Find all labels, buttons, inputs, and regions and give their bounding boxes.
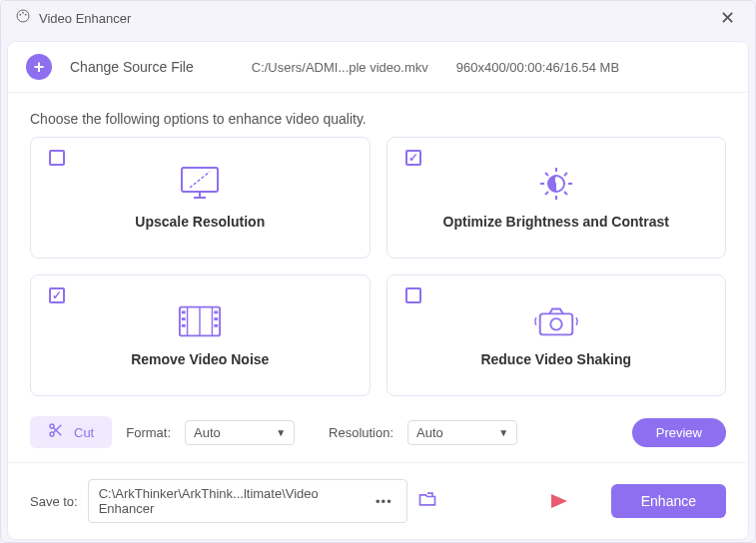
- save-path-text: C:\ArkThinker\ArkThink...ltimate\Video E…: [99, 486, 372, 516]
- caret-down-icon: ▼: [498, 427, 508, 438]
- svg-marker-34: [551, 494, 567, 508]
- camera-icon: [534, 303, 578, 339]
- format-value: Auto: [194, 425, 221, 440]
- film-icon: [178, 303, 222, 339]
- window-title: Video Enhancer: [39, 11, 131, 26]
- titlebar-left: Video Enhancer: [15, 8, 131, 28]
- svg-rect-27: [539, 313, 572, 334]
- save-to-label: Save to:: [30, 494, 78, 509]
- svg-rect-26: [215, 324, 219, 327]
- svg-point-29: [50, 424, 54, 428]
- main-panel: + Change Source File C:/Users/ADMI...ple…: [7, 41, 749, 540]
- checkbox-shaking[interactable]: [405, 287, 421, 303]
- svg-rect-22: [182, 317, 186, 320]
- monitor-icon: [178, 166, 222, 202]
- save-row: Save to: C:\ArkThinker\ArkThink...ltimat…: [8, 462, 748, 539]
- sun-icon: [534, 166, 578, 202]
- source-path: C:/Users/ADMI...ple video.mkv: [252, 60, 428, 75]
- scissors-icon: [48, 422, 64, 442]
- caret-down-icon: ▼: [276, 427, 286, 438]
- close-button[interactable]: ✕: [714, 5, 741, 31]
- cut-button[interactable]: Cut: [30, 416, 112, 448]
- source-meta: 960x400/00:00:46/16.54 MB: [456, 60, 619, 75]
- option-brightness-contrast[interactable]: Optimize Brightness and Contrast: [386, 137, 727, 259]
- option-label: Optimize Brightness and Contrast: [443, 214, 669, 230]
- add-icon[interactable]: +: [26, 54, 52, 80]
- option-upscale-resolution[interactable]: Upscale Resolution: [30, 137, 371, 259]
- preview-button[interactable]: Preview: [632, 418, 726, 447]
- resolution-select[interactable]: Auto ▼: [407, 420, 517, 445]
- svg-point-30: [50, 432, 54, 436]
- svg-line-15: [564, 173, 567, 176]
- checkbox-noise[interactable]: [49, 287, 65, 303]
- svg-line-14: [564, 192, 567, 195]
- svg-point-28: [550, 318, 561, 329]
- svg-line-5: [190, 172, 210, 188]
- cut-label: Cut: [74, 425, 94, 440]
- format-label: Format:: [126, 425, 171, 440]
- controls-row: Cut Format: Auto ▼ Resolution: Auto ▼ Pr…: [8, 396, 748, 462]
- svg-point-2: [22, 12, 24, 14]
- svg-rect-25: [215, 317, 219, 320]
- open-folder-button[interactable]: [417, 490, 437, 512]
- svg-line-16: [545, 192, 548, 195]
- svg-rect-24: [215, 310, 219, 313]
- svg-rect-23: [182, 324, 186, 327]
- option-label: Upscale Resolution: [135, 214, 265, 230]
- option-label: Remove Video Noise: [131, 351, 269, 367]
- checkbox-brightness[interactable]: [405, 150, 421, 166]
- instruction-text: Choose the following options to enhance …: [8, 93, 748, 137]
- palette-icon: [15, 8, 31, 28]
- option-label: Reduce Video Shaking: [480, 351, 631, 367]
- svg-rect-21: [182, 310, 186, 313]
- save-path-field[interactable]: C:\ArkThinker\ArkThink...ltimate\Video E…: [88, 479, 407, 523]
- option-reduce-shaking[interactable]: Reduce Video Shaking: [386, 274, 727, 396]
- checkbox-upscale[interactable]: [49, 150, 65, 166]
- format-select[interactable]: Auto ▼: [185, 420, 295, 445]
- options-grid: Upscale Resolution Optimize Brightness a…: [8, 137, 748, 396]
- svg-line-13: [545, 173, 548, 176]
- resolution-value: Auto: [416, 425, 443, 440]
- arrow-annotation: [447, 491, 601, 511]
- change-source-button[interactable]: Change Source File: [70, 59, 194, 75]
- enhance-button[interactable]: Enhance: [611, 484, 726, 518]
- option-remove-noise[interactable]: Remove Video Noise: [30, 274, 371, 396]
- browse-button[interactable]: •••: [372, 494, 396, 509]
- svg-point-3: [25, 14, 27, 16]
- resolution-label: Resolution:: [329, 425, 393, 440]
- svg-point-1: [19, 14, 21, 16]
- source-row: + Change Source File C:/Users/ADMI...ple…: [8, 42, 748, 93]
- titlebar: Video Enhancer ✕: [1, 1, 755, 35]
